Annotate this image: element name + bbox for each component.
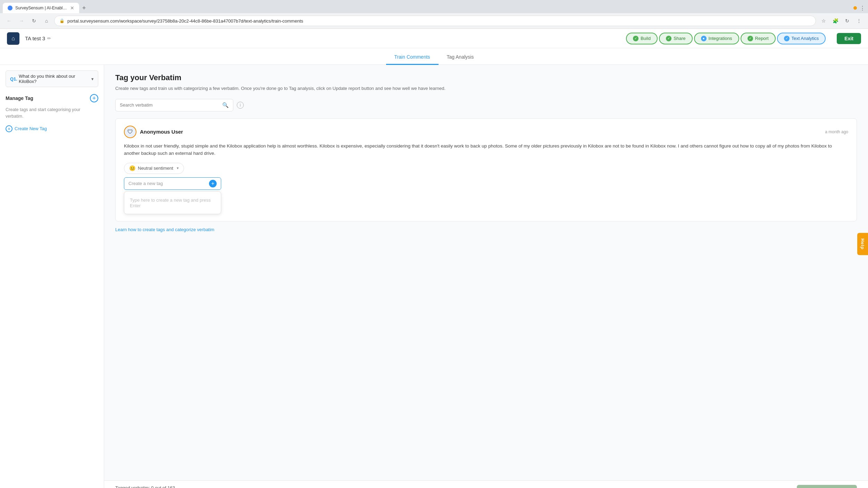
forward-button[interactable]: → xyxy=(17,16,26,26)
time-ago: a month ago xyxy=(825,129,848,134)
tab-close-icon[interactable]: ✕ xyxy=(70,5,74,11)
nav-tab-integrations[interactable]: ● Integrations xyxy=(694,33,739,44)
browser-tab[interactable]: SurveySensum | AI-Enabled E... ✕ xyxy=(3,3,79,13)
sub-tabs: Train Comments Tag Analysis xyxy=(0,48,868,65)
search-input-wrap[interactable]: 🔍 xyxy=(115,99,233,111)
browser-action-buttons: ☆ 🧩 ↻ ⋮ xyxy=(819,16,864,26)
bookmark-button[interactable]: ☆ xyxy=(819,16,828,26)
user-name: Anonymous User xyxy=(140,129,183,135)
sub-tab-train-comments[interactable]: Train Comments xyxy=(386,50,439,65)
text-analytics-check-icon: ✓ xyxy=(784,36,790,41)
nav-tab-build[interactable]: ✓ Build xyxy=(626,33,658,44)
sentiment-row: 😐 Neutral sentiment ▾ xyxy=(124,163,848,174)
create-tag-input[interactable]: Create a new tag + xyxy=(124,177,221,190)
sentiment-icon: 😐 xyxy=(129,165,136,171)
browser-tabs: SurveySensum | AI-Enabled E... ✕ + ⋮ xyxy=(0,0,868,13)
create-tag-placeholder: Create a new tag xyxy=(128,181,206,186)
sentiment-arrow-icon: ▾ xyxy=(177,166,179,170)
nav-tab-build-label: Build xyxy=(641,36,651,41)
browser-address-bar: ← → ↻ ⌂ 🔒 portal.surveysensum.com/worksp… xyxy=(0,13,868,28)
search-bar-row: 🔍 i xyxy=(115,99,857,111)
content-area: Tag your Verbatim Create new tags and tr… xyxy=(104,65,868,480)
main-layout: Q1. What do you think about our KiloBox?… xyxy=(0,65,868,488)
sub-tab-tag-analysis[interactable]: Tag Analysis xyxy=(439,50,482,65)
verbatim-card: 🛡 Anonymous User a month ago Kilobox in … xyxy=(115,118,857,221)
create-new-tag-link[interactable]: + Create New Tag xyxy=(6,125,98,132)
back-button[interactable]: ← xyxy=(4,16,14,26)
tab-favicon xyxy=(8,6,12,10)
project-name[interactable]: TA test 3 ✏ xyxy=(25,35,51,41)
manage-tag-header: Manage Tag + xyxy=(6,94,98,102)
bottom-left: Tagged verbatim: 0 out of 163 xyxy=(115,485,212,488)
bottom-bar: Tagged verbatim: 0 out of 163 Previous S… xyxy=(104,480,868,488)
search-icon[interactable]: 🔍 xyxy=(222,102,229,108)
question-dropdown[interactable]: Q1. What do you think about our KiloBox?… xyxy=(6,70,98,87)
content-wrapper: Tag your Verbatim Create new tags and tr… xyxy=(104,65,868,488)
extension-button[interactable]: 🧩 xyxy=(831,16,840,26)
build-check-icon: ✓ xyxy=(633,36,639,41)
sidebar-description: Create tags and start categorising your … xyxy=(6,107,98,120)
new-tab-button[interactable]: + xyxy=(79,3,89,13)
info-icon[interactable]: i xyxy=(237,102,244,109)
nav-tab-report[interactable]: ✓ Report xyxy=(741,33,776,44)
integrations-loading-icon: ● xyxy=(701,36,707,41)
home-icon: ⌂ xyxy=(11,35,15,42)
tagged-count: Tagged verbatim: 0 out of 163 xyxy=(115,485,212,488)
nav-tab-report-label: Report xyxy=(755,36,769,41)
tag-input-hint: Type here to create a new tag and press … xyxy=(130,197,211,208)
dropdown-arrow-icon: ▾ xyxy=(91,76,94,82)
avatar-icon: 🛡 xyxy=(127,129,133,135)
nav-tab-text-analytics-label: Text Analytics xyxy=(792,36,819,41)
app-header: ⌂ TA test 3 ✏ ✓ Build ✓ Share ● Integrat… xyxy=(0,29,868,48)
share-check-icon: ✓ xyxy=(666,36,671,41)
url-bar[interactable]: 🔒 portal.surveysensum.com/workspace/surv… xyxy=(54,16,816,26)
question-label: Q1. xyxy=(10,76,17,82)
sentiment-dropdown[interactable]: 😐 Neutral sentiment ▾ xyxy=(124,163,184,174)
browser-dot xyxy=(853,6,857,10)
sidebar: Q1. What do you think about our KiloBox?… xyxy=(0,65,104,488)
tag-dropdown-popup: Type here to create a new tag and press … xyxy=(124,191,221,214)
home-nav-button[interactable]: ⌂ xyxy=(42,16,51,26)
manage-tag-title: Manage Tag xyxy=(6,95,33,101)
project-name-text: TA test 3 xyxy=(25,35,45,41)
tab-title: SurveySensum | AI-Enabled E... xyxy=(15,6,67,10)
confirm-next-button[interactable]: Confirm and Next xyxy=(797,485,857,488)
page-title: Tag your Verbatim xyxy=(115,73,857,82)
plus-circle-icon: + xyxy=(6,125,12,132)
url-text: portal.surveysensum.com/workspace/survey… xyxy=(67,18,811,24)
browser-chrome: SurveySensum | AI-Enabled E... ✕ + ⋮ ← →… xyxy=(0,0,868,29)
learn-link[interactable]: Learn how to create tags and categorize … xyxy=(115,227,857,232)
nav-tabs: ✓ Build ✓ Share ● Integrations ✓ Report … xyxy=(626,33,826,44)
avatar: 🛡 xyxy=(124,126,136,138)
sentiment-label: Neutral sentiment xyxy=(138,166,173,171)
report-check-icon: ✓ xyxy=(748,36,753,41)
exit-button[interactable]: Exit xyxy=(837,33,861,44)
page-description: Create new tags and train us with catego… xyxy=(115,85,857,92)
user-info: 🛡 Anonymous User xyxy=(124,126,183,138)
browser-menu-icon[interactable]: ⋮ xyxy=(860,5,865,11)
nav-tab-text-analytics[interactable]: ✓ Text Analytics xyxy=(777,33,826,44)
nav-tab-share[interactable]: ✓ Share xyxy=(659,33,693,44)
nav-tab-integrations-label: Integrations xyxy=(709,36,732,41)
profile-button[interactable]: ↻ xyxy=(842,16,852,26)
verbatim-header: 🛡 Anonymous User a month ago xyxy=(124,126,848,138)
reload-button[interactable]: ↻ xyxy=(29,16,39,26)
search-input[interactable] xyxy=(120,102,219,108)
add-manage-tag-button[interactable]: + xyxy=(90,94,98,102)
create-tag-plus-icon[interactable]: + xyxy=(209,180,217,187)
verbatim-text: Kilobox in not user friendly, stupid sim… xyxy=(124,142,848,157)
bottom-actions: Previous Skip Confirm and Next xyxy=(758,485,857,488)
lock-icon: 🔒 xyxy=(59,18,65,23)
home-button[interactable]: ⌂ xyxy=(7,32,19,45)
nav-tab-share-label: Share xyxy=(674,36,686,41)
more-options-button[interactable]: ⋮ xyxy=(854,16,864,26)
help-button[interactable]: Help xyxy=(857,233,868,255)
create-new-tag-label: Create New Tag xyxy=(15,126,47,131)
question-text: What do you think about our KiloBox? xyxy=(19,74,91,84)
edit-project-icon[interactable]: ✏ xyxy=(47,36,51,41)
